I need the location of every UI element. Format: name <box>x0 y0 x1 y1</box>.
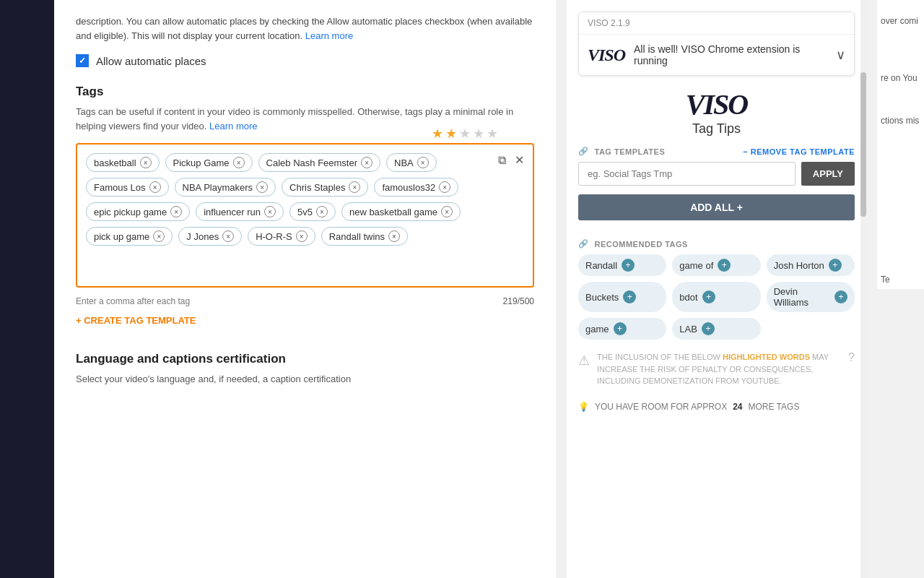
allow-automatic-places-row: Allow automatic places <box>76 54 534 67</box>
bulb-icon: 💡 <box>578 402 589 412</box>
remove-tag-influencer-run[interactable]: × <box>264 206 276 217</box>
recommended-tags-grid: Randall + game of + Josh Horton + Bucket… <box>578 254 855 340</box>
tags-count: 219/500 <box>503 296 534 306</box>
remove-tag-famouslos32[interactable]: × <box>439 181 450 193</box>
link-icon-2: 🔗 <box>578 239 589 249</box>
tags-learn-more-link[interactable]: Learn more <box>209 121 257 131</box>
create-tag-template-button[interactable]: + CREATE TAG TEMPLATE <box>76 315 196 326</box>
star-5: ★ <box>487 126 498 142</box>
tag-chip: 5v5 × <box>289 202 336 221</box>
viso-logo-large: VISO Tag Tips <box>578 87 855 137</box>
tag-tips-title: Tag Tips <box>692 121 741 137</box>
viso-notif-message: All is well! VISO Chrome extension is ru… <box>634 43 827 66</box>
apply-button[interactable]: APPLY <box>801 162 855 186</box>
rec-tag-lab[interactable]: LAB + <box>672 318 760 340</box>
add-buckets-button[interactable]: + <box>623 290 636 303</box>
remove-tag-new-basketball[interactable]: × <box>441 206 453 217</box>
star-4: ★ <box>473 126 484 142</box>
rec-tag-bdot[interactable]: bdot + <box>672 282 760 312</box>
add-randall-button[interactable]: + <box>622 259 635 272</box>
remove-tag-epic-pickup[interactable]: × <box>170 206 182 217</box>
remove-tag-pick-up-game[interactable]: × <box>153 230 165 242</box>
tag-chip: Famous Los × <box>86 178 169 197</box>
far-right-content: over comi re on You ctions mis Te <box>877 0 924 289</box>
viso-panel: VISO 2.1.9 VISO All is well! VISO Chrome… <box>567 0 866 578</box>
language-section: Language and captions certification Sele… <box>76 352 534 387</box>
viso-logo-small: VISO <box>588 46 625 65</box>
add-devin-williams-button[interactable]: + <box>834 290 847 303</box>
warning-icon: ⚠ <box>578 353 590 368</box>
warning-section: ⚠ THE INCLUSION OF THE BELOW HIGHLIGHTED… <box>578 351 855 387</box>
lang-section-desc: Select your video's language and, if nee… <box>76 372 534 387</box>
allow-places-checkbox[interactable] <box>76 54 89 67</box>
remove-tag-j-jones[interactable]: × <box>222 230 234 242</box>
add-bdot-button[interactable]: + <box>702 290 715 303</box>
star-2: ★ <box>445 126 457 142</box>
rec-tag-game-of[interactable]: game of + <box>672 254 760 276</box>
template-name-input[interactable] <box>578 162 796 186</box>
copy-tags-button[interactable]: ⧉ <box>497 152 507 168</box>
tag-chip: basketball × <box>86 153 160 172</box>
main-content: description. You can allow automatic pla… <box>54 0 556 578</box>
remove-tag-nba[interactable]: × <box>417 157 429 168</box>
tags-hint: Enter a comma after each tag <box>76 296 190 306</box>
remove-tag-pickup-game[interactable]: × <box>233 157 245 168</box>
tag-chip: epic pickup game × <box>86 202 190 221</box>
help-icon[interactable]: ? <box>848 351 855 364</box>
remove-tag-famous-los[interactable]: × <box>149 181 161 193</box>
lang-section-title: Language and captions certification <box>76 352 534 366</box>
tag-chip: famouslos32 × <box>374 178 458 197</box>
tags-footer: Enter a comma after each tag 219/500 <box>76 296 534 306</box>
tag-templates-label: 🔗 TAG TEMPLATES − REMOVE TAG TEMPLATE <box>578 147 855 156</box>
rec-tag-devin-williams[interactable]: Devin Williams + <box>767 282 855 312</box>
tag-chip: H-O-R-S × <box>248 227 315 246</box>
rec-tag-randall[interactable]: Randall + <box>578 254 666 276</box>
chevron-down-icon[interactable]: ∨ <box>836 47 845 63</box>
warning-highlighted: HIGHLIGHTED WORDS <box>723 353 810 361</box>
add-josh-horton-button[interactable]: + <box>829 259 842 272</box>
add-all-button[interactable]: ADD ALL + <box>578 194 855 220</box>
viso-notification: VISO 2.1.9 VISO All is well! VISO Chrome… <box>578 12 855 76</box>
warning-text: THE INCLUSION OF THE BELOW HIGHLIGHTED W… <box>597 351 841 387</box>
remove-tag-5v5[interactable]: × <box>316 206 328 217</box>
tag-chip: pick up game × <box>86 227 173 246</box>
viso-notif-body: VISO All is well! VISO Chrome extension … <box>579 35 854 75</box>
tags-box[interactable]: ★ ★ ★ ★ ★ ⧉ ✕ basketball × Pickup Game ×… <box>76 143 534 288</box>
tags-section-title: Tags <box>76 85 534 99</box>
tag-chip: Randall twins × <box>321 227 408 246</box>
scrollbar-track[interactable] <box>860 0 866 578</box>
room-for-tags: 💡 YOU HAVE ROOM FOR APPROX 24 MORE TAGS <box>578 402 855 412</box>
remove-tag-template-link[interactable]: − REMOVE TAG TEMPLATE <box>743 147 855 156</box>
remove-tag-nba-playmakers[interactable]: × <box>256 181 268 193</box>
remove-tag-chris-staples[interactable]: × <box>349 181 360 193</box>
description-text: description. You can allow automatic pla… <box>76 14 534 43</box>
remove-tag-randall-twins[interactable]: × <box>388 230 400 242</box>
tag-chip: Pickup Game × <box>165 153 253 172</box>
template-input-row: APPLY <box>578 162 855 186</box>
star-1: ★ <box>432 126 443 142</box>
scrollbar-thumb[interactable] <box>860 72 866 217</box>
star-rating: ★ ★ ★ ★ ★ <box>432 126 498 142</box>
star-3: ★ <box>459 126 471 142</box>
left-sidebar <box>0 0 54 578</box>
viso-tag-tips: VISO Tag Tips 🔗 TAG TEMPLATES − REMOVE T… <box>567 87 866 423</box>
viso-version: VISO 2.1.9 <box>579 12 854 35</box>
tag-chip: influencer run × <box>196 202 284 221</box>
recommended-tags-label: 🔗 RECOMMENDED TAGS <box>578 239 855 249</box>
remove-tag-caleb[interactable]: × <box>361 157 372 168</box>
room-number: 24 <box>733 402 742 412</box>
add-game-button[interactable]: + <box>614 322 627 335</box>
rec-tag-buckets[interactable]: Buckets + <box>578 282 666 312</box>
remove-tag-basketball[interactable]: × <box>140 157 152 168</box>
tag-chip: NBA Playmakers × <box>175 178 276 197</box>
add-game-of-button[interactable]: + <box>718 259 731 272</box>
rec-tag-game[interactable]: game + <box>578 318 666 340</box>
add-lab-button[interactable]: + <box>702 322 715 335</box>
remove-tag-hors[interactable]: × <box>296 230 308 242</box>
rec-tag-josh-horton[interactable]: Josh Horton + <box>767 254 855 276</box>
viso-wordmark: VISO <box>686 87 747 121</box>
learn-more-desc-link[interactable]: Learn more <box>305 30 353 41</box>
close-tags-button[interactable]: ✕ <box>513 152 526 168</box>
link-icon: 🔗 <box>578 147 589 156</box>
tag-chip: J Jones × <box>178 227 242 246</box>
